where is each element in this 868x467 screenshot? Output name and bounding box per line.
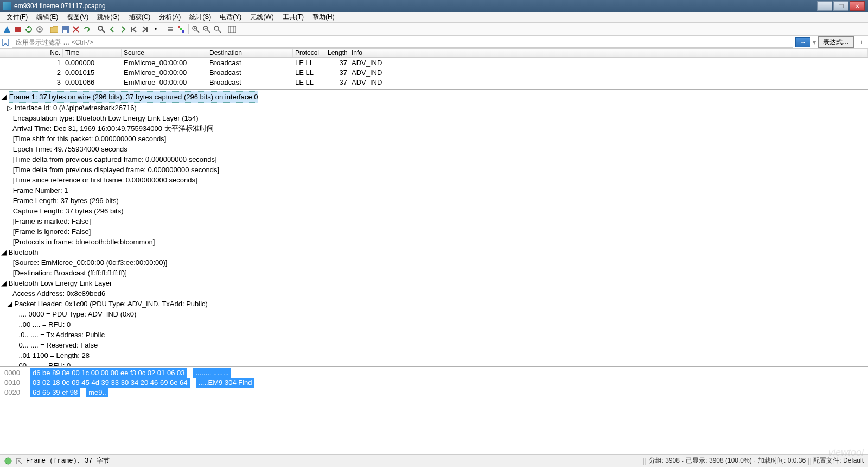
col-destination[interactable]: Destination xyxy=(207,49,293,57)
packet-row[interactable]: 10.000000EmMicroe_00:00:00BroadcastLE LL… xyxy=(0,58,868,67)
menu-telephony[interactable]: 电话(Y) xyxy=(215,12,246,22)
menu-edit[interactable]: 编辑(E) xyxy=(32,12,62,22)
expert-icon[interactable] xyxy=(4,457,12,465)
detail-line[interactable]: Access Address: 0x8e89bed6 xyxy=(12,289,105,298)
autoscroll-live-icon[interactable]: • xyxy=(151,24,161,34)
goto-last-icon[interactable] xyxy=(140,24,150,34)
detail-line[interactable]: [Destination: Broadcast (ff:ff:ff:ff:ff:… xyxy=(13,269,127,277)
detail-line[interactable]: [Protocols in frame: bluetooth:btle:btco… xyxy=(13,238,155,246)
frame-summary[interactable]: Frame 1: 37 bytes on wire (296 bits), 37… xyxy=(9,91,259,103)
add-filter-button[interactable]: + xyxy=(856,39,867,46)
menu-analyze[interactable]: 分析(A) xyxy=(155,12,185,22)
hex-line[interactable]: 001003 02 18 0e 09 45 4d 39 33 30 34 20 … xyxy=(4,378,864,388)
reload-icon[interactable] xyxy=(82,24,92,34)
detail-line[interactable]: Frame Number: 1 xyxy=(13,186,68,194)
bookmark-icon[interactable] xyxy=(1,38,10,47)
restart-icon[interactable] xyxy=(24,24,34,34)
colorize-icon[interactable] xyxy=(176,24,186,34)
detail-line[interactable]: [Time delta from previous captured frame… xyxy=(13,155,217,163)
detail-line[interactable]: [Time shift for this packet: 0.000000000… xyxy=(13,135,167,143)
window-title: em9304 fineme 071117.pcapng xyxy=(14,2,106,10)
svg-point-2 xyxy=(39,28,41,30)
detail-line[interactable]: [Frame is marked: False] xyxy=(13,217,91,225)
zoom-out-icon[interactable] xyxy=(202,24,212,34)
detail-line[interactable]: [Frame is ignored: False] xyxy=(13,228,91,236)
tree-toggle[interactable]: ◢ xyxy=(1,247,7,257)
detail-line[interactable]: Epoch Time: 49.755934000 seconds xyxy=(13,145,127,153)
menu-wireless[interactable]: 无线(W) xyxy=(246,12,278,22)
menu-file[interactable]: 文件(F) xyxy=(2,12,32,22)
detail-line[interactable]: 00.. .... = RFU: 0 xyxy=(19,362,71,367)
detail-line[interactable]: Encapsulation type: Bluetooth Low Energy… xyxy=(13,114,199,122)
detail-line[interactable]: [Time since reference or first frame: 0.… xyxy=(13,176,197,184)
tree-toggle[interactable]: ◢ xyxy=(7,299,12,309)
col-source[interactable]: Source xyxy=(122,49,207,57)
toolbar: • xyxy=(0,23,868,36)
detail-line[interactable]: [Source: EmMicroe_00:00:00 (0c:f3:ee:00:… xyxy=(13,258,168,267)
maximize-button[interactable]: ❐ xyxy=(833,1,848,11)
packet-details[interactable]: ◢ Frame 1: 37 bytes on wire (296 bits), … xyxy=(0,90,868,367)
hex-line[interactable]: 0000d6 be 89 8e 00 1c 00 00 00 ee f3 0c … xyxy=(4,368,864,378)
packet-list[interactable]: 10.000000EmMicroe_00:00:00BroadcastLE LL… xyxy=(0,58,868,90)
tree-toggle[interactable]: ◢ xyxy=(1,92,7,102)
resize-cols-icon[interactable] xyxy=(227,24,237,34)
detail-line[interactable]: Interface id: 0 (\\.\pipe\wireshark26716… xyxy=(14,104,136,112)
menu-statistics[interactable]: 统计(S) xyxy=(185,12,215,22)
menubar: 文件(F) 编辑(E) 视图(V) 跳转(G) 捕获(C) 分析(A) 统计(S… xyxy=(0,12,868,23)
col-protocol[interactable]: Protocol xyxy=(293,49,326,57)
zoom-in-icon[interactable] xyxy=(191,24,201,34)
options-icon[interactable] xyxy=(35,24,44,34)
capture-icon[interactable] xyxy=(15,457,23,465)
minimize-button[interactable]: — xyxy=(817,1,832,11)
close-file-icon[interactable] xyxy=(71,24,81,34)
find-icon[interactable] xyxy=(97,24,106,34)
shark-fin-icon[interactable] xyxy=(2,24,12,34)
stop-icon[interactable] xyxy=(13,24,23,34)
menu-capture[interactable]: 捕获(C) xyxy=(124,12,155,22)
detail-line[interactable]: Packet Header: 0x1c00 (PDU Type: ADV_IND… xyxy=(14,300,207,308)
hex-pane[interactable]: 0000d6 be 89 8e 00 1c 00 00 00 ee f3 0c … xyxy=(0,367,868,413)
hex-line[interactable]: 00206d 65 39 ef 98me9.. xyxy=(4,388,864,397)
status-profile: 配置文件: Default xyxy=(813,456,864,465)
detail-line[interactable]: Bluetooth Low Energy Link Layer xyxy=(9,279,112,287)
detail-line[interactable]: ..00 .... = RFU: 0 xyxy=(19,320,71,329)
expression-button[interactable]: 表达式… xyxy=(818,36,854,48)
menu-view[interactable]: 视图(V) xyxy=(62,12,93,22)
menu-help[interactable]: 帮助(H) xyxy=(308,12,339,22)
status-displayed: 已显示: 3908 (100.0%) xyxy=(686,456,751,465)
autoscroll-icon[interactable] xyxy=(165,24,175,34)
col-length[interactable]: Length xyxy=(326,49,349,57)
detail-line[interactable]: .... 0000 = PDU Type: ADV_IND (0x0) xyxy=(19,310,137,318)
next-icon[interactable] xyxy=(118,24,128,34)
tree-toggle[interactable]: ◢ xyxy=(1,278,7,288)
close-button[interactable]: ✕ xyxy=(850,1,865,11)
tree-toggle[interactable]: ▷ xyxy=(7,103,12,113)
display-filter-input[interactable] xyxy=(12,37,793,48)
detail-line[interactable]: Frame Length: 37 bytes (296 bits) xyxy=(13,197,119,205)
open-icon[interactable] xyxy=(49,24,59,34)
detail-line[interactable]: Bluetooth xyxy=(9,248,39,256)
svg-rect-21 xyxy=(228,26,236,33)
packet-row[interactable]: 30.001066EmMicroe_00:00:00BroadcastLE LL… xyxy=(0,77,868,87)
detail-line[interactable]: [Time delta from previous displayed fram… xyxy=(13,166,219,174)
status-packets: 分组: 3908 xyxy=(649,456,680,465)
prev-icon[interactable] xyxy=(107,24,117,34)
col-no[interactable]: No. xyxy=(0,49,63,57)
goto-first-icon[interactable] xyxy=(129,24,139,34)
detail-line[interactable]: Arrival Time: Dec 31, 1969 16:00:49.7559… xyxy=(12,124,214,132)
detail-line[interactable]: Capture Length: 37 bytes (296 bits) xyxy=(13,207,124,215)
statusbar: Frame (frame), 37 字节 || 分组: 3908 · 已显示: … xyxy=(0,454,868,467)
svg-point-19 xyxy=(214,26,219,30)
zoom-reset-icon[interactable] xyxy=(213,24,222,34)
detail-line[interactable]: 0... .... = Reserved: False xyxy=(19,341,98,349)
col-info[interactable]: Info xyxy=(349,49,868,57)
separator xyxy=(47,24,47,34)
col-time[interactable]: Time xyxy=(63,49,122,57)
packet-row[interactable]: 20.001015EmMicroe_00:00:00BroadcastLE LL… xyxy=(0,67,868,77)
detail-line[interactable]: ..01 1100 = Length: 28 xyxy=(19,351,90,359)
menu-goto[interactable]: 跳转(G) xyxy=(93,12,124,22)
apply-filter-button[interactable]: → xyxy=(795,37,810,47)
menu-tools[interactable]: 工具(T) xyxy=(278,12,308,22)
detail-line[interactable]: .0.. .... = Tx Address: Public xyxy=(19,331,105,339)
save-icon[interactable] xyxy=(60,24,70,34)
